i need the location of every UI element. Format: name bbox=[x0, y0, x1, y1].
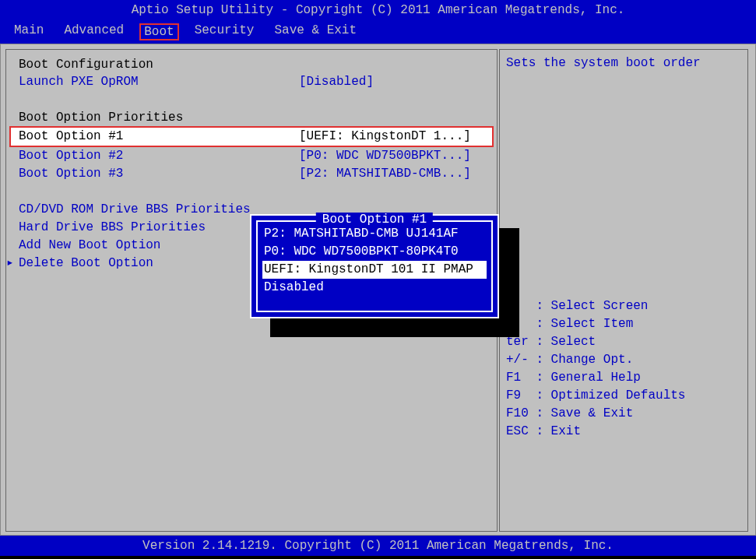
boot-option-2-value: [P0: WDC WD7500BPKT...] bbox=[299, 147, 471, 165]
help-panel: Sets the system boot order : Select Scre… bbox=[499, 49, 748, 532]
boot-option-3-value: [P2: MATSHITABD-CMB...] bbox=[299, 165, 471, 183]
boot-option-3-label: Boot Option #3 bbox=[19, 165, 299, 183]
launch-pxe-value: [Disabled] bbox=[299, 73, 374, 91]
menu-advanced[interactable]: Advanced bbox=[59, 23, 128, 40]
legend-change-opt: +/- : Change Opt. bbox=[506, 351, 685, 369]
boot-config-heading: Boot Configuration bbox=[9, 56, 494, 73]
boot-option-1-label: Boot Option #1 bbox=[19, 128, 299, 146]
menu-save-exit[interactable]: Save & Exit bbox=[269, 23, 361, 40]
legend-general-help: F1 : General Help bbox=[506, 369, 685, 387]
boot-option-2-label: Boot Option #2 bbox=[19, 147, 299, 165]
arrow-icon: ▸ bbox=[6, 255, 14, 272]
launch-pxe-row[interactable]: Launch PXE OpROM [Disabled] bbox=[9, 73, 494, 91]
footer-text: Version 2.14.1219. Copyright (C) 2011 Am… bbox=[142, 539, 614, 553]
popup-options: P2: MATSHITABD-CMB UJ141AF P0: WDC WD750… bbox=[258, 222, 491, 300]
legend-select: ter : Select bbox=[506, 333, 685, 351]
help-description: Sets the system boot order bbox=[506, 56, 741, 70]
boot-option-popup: Boot Option #1 P2: MATSHITABD-CMB UJ141A… bbox=[250, 214, 499, 318]
menu-bar: Main Advanced Boot Security Save & Exit bbox=[0, 20, 756, 44]
content-area: Boot Configuration Launch PXE OpROM [Dis… bbox=[0, 44, 756, 536]
header-title-text: Aptio Setup Utility - Copyright (C) 2011… bbox=[132, 3, 625, 17]
legend-optimized-defaults: F9 : Optimized Defaults bbox=[506, 387, 685, 405]
legend-exit: ESC : Exit bbox=[506, 423, 685, 441]
priorities-heading: Boot Option Priorities bbox=[9, 109, 494, 126]
key-legend: : Select Screen : Select Item ter : Sele… bbox=[506, 297, 685, 441]
menu-main[interactable]: Main bbox=[9, 23, 48, 40]
popup-inner: Boot Option #1 P2: MATSHITABD-CMB UJ141A… bbox=[256, 220, 493, 312]
boot-option-3-row[interactable]: Boot Option #3 [P2: MATSHITABD-CMB...] bbox=[9, 165, 494, 183]
boot-option-2-row[interactable]: Boot Option #2 [P0: WDC WD7500BPKT...] bbox=[9, 147, 494, 165]
boot-option-1-value: [UEFI: KingstonDT 1...] bbox=[299, 128, 471, 146]
legend-select-item: : Select Item bbox=[506, 315, 685, 333]
legend-select-screen: : Select Screen bbox=[506, 297, 685, 315]
popup-option-matshita[interactable]: P2: MATSHITABD-CMB UJ141AF bbox=[262, 225, 487, 243]
popup-option-disabled[interactable]: Disabled bbox=[262, 279, 487, 297]
menu-security[interactable]: Security bbox=[190, 23, 259, 40]
popup-title: Boot Option #1 bbox=[316, 213, 433, 227]
legend-save-exit: F10 : Save & Exit bbox=[506, 405, 685, 423]
menu-boot[interactable]: Boot bbox=[139, 23, 178, 40]
launch-pxe-label: Launch PXE OpROM bbox=[19, 73, 299, 91]
popup-option-kingston[interactable]: UEFI: KingstonDT 101 II PMAP bbox=[262, 261, 487, 279]
boot-option-1-row[interactable]: Boot Option #1 [UEFI: KingstonDT 1...] bbox=[9, 126, 494, 147]
footer: Version 2.14.1219. Copyright (C) 2011 Am… bbox=[0, 536, 756, 556]
popup-option-wdc[interactable]: P0: WDC WD7500BPKT-80PK4T0 bbox=[262, 243, 487, 261]
bios-screen: Aptio Setup Utility - Copyright (C) 2011… bbox=[0, 0, 756, 559]
header-title: Aptio Setup Utility - Copyright (C) 2011… bbox=[0, 0, 756, 20]
